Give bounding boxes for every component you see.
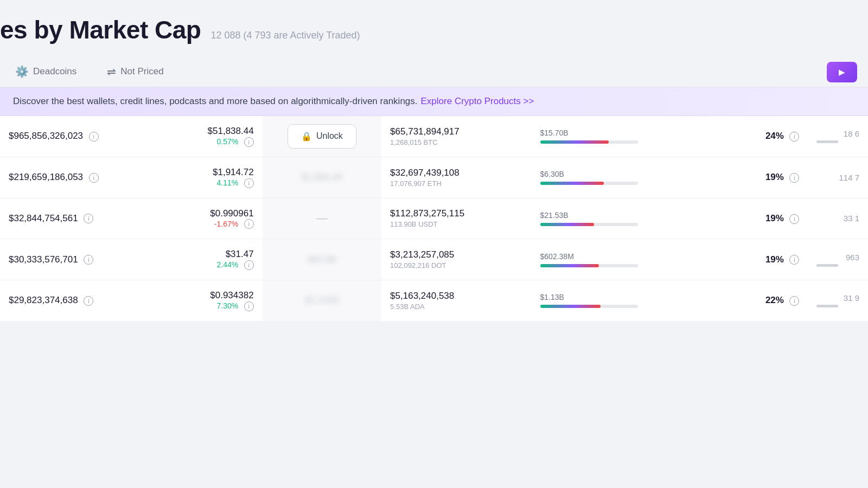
supply-amount-5: $1.13B [540,293,700,301]
supply-bar-1 [540,140,609,144]
price-info-icon-1[interactable]: i [244,137,254,147]
cell-price-4: $31.47 2.44% i [165,239,263,280]
price-change-1: 0.57% [216,137,238,146]
lock-icon: 🔒 [301,131,312,142]
crypto-table: $965,856,326,023 i $51,838.44 0.57% i 🔒 … [0,116,868,322]
table-row: $29,823,374,638 i $0.934382 7.30% i $1.2… [0,280,868,322]
cell-supply-1: $15.70B [532,116,709,157]
table-container: $965,856,326,023 i $51,838.44 0.57% i 🔒 … [0,116,868,322]
volume-sub-5: 5.53B ADA [390,303,522,311]
right-num-4: 963 [846,253,859,262]
price-main-4: $31.47 [174,249,254,260]
cell-marketcap-2: $219,659,186,053 i [0,157,165,198]
supply-bar-container-1 [540,140,638,144]
unlock-button[interactable]: 🔒 Unlock [288,124,356,149]
supply-bar-container-2 [540,182,638,185]
price-main-3: $0.990961 [174,208,254,219]
dom-info-icon-3[interactable]: i [789,214,799,224]
deadcoins-icon: ⚙️ [15,65,29,78]
header-section: es by Market Cap 12 088 (4 793 are Activ… [0,0,868,87]
dominance-pct-5: 22% [765,295,784,305]
price-main-2: $1,914.72 [174,167,254,178]
cta-button[interactable]: ▶ [827,62,857,82]
price-info-icon-5[interactable]: i [244,301,254,311]
dominance-pct-1: 24% [765,131,784,141]
price-main-5: $0.934382 [174,290,254,301]
volume-sub-1: 1,268,015 BTC [390,138,522,146]
info-icon-2[interactable]: i [89,173,99,183]
promo-banner: Discover the best wallets, credit lines,… [0,87,868,116]
info-icon-4[interactable]: i [84,255,93,265]
header-subtitle: 12 088 (4 793 are Actively Traded) [210,30,360,41]
table-row: $965,856,326,023 i $51,838.44 0.57% i 🔒 … [0,116,868,157]
volume-sub-3: 113.90B USDT [390,220,522,228]
cell-price-3: $0.990961 -1.67% i [165,198,263,239]
volume-main-5: $5,163,240,538 [390,291,522,301]
price-info-icon-2[interactable]: i [244,178,254,188]
marketcap-value-2: $219,659,186,053 [9,172,83,182]
dom-info-icon-5[interactable]: i [789,296,799,306]
cell-volume-2: $32,697,439,108 17,076,907 ETH [381,157,531,198]
cell-price-2: $1,914.72 4.11% i [165,157,263,198]
price-info-icon-4[interactable]: i [244,260,254,270]
marketcap-value-1: $965,856,326,023 [9,131,83,141]
cell-marketcap-1: $965,856,326,023 i [0,116,165,157]
dom-info-icon-2[interactable]: i [789,173,799,183]
banner-text: Discover the best wallets, credit lines,… [13,96,418,107]
tab-deadcoins[interactable]: ⚙️ Deadcoins [0,57,92,87]
supply-bar-container-5 [540,305,638,308]
info-icon-3[interactable]: i [84,214,93,223]
right-bar-1 [816,140,838,143]
cell-supply-3: $21.53B [532,198,709,239]
blurred-price-5: $1.2193 [305,295,339,305]
tab-notpriced[interactable]: ⇌ Not Priced [92,57,178,87]
cell-supply-4: $602.38M [532,239,709,280]
cell-right-2: 114 7 [808,157,868,198]
price-change-3: -1.67% [214,220,238,228]
cell-dominance-1: 24% i [708,116,808,157]
cell-right-4: 963 [808,239,868,280]
tab-notpriced-label: Not Priced [120,66,163,77]
right-num-1: 18 6 [844,129,859,138]
cell-7d-1: 🔒 Unlock [263,116,381,157]
price-change-2: 4.11% [216,178,238,187]
price-info-icon-3[interactable]: i [244,219,254,229]
price-change-4: 2.44% [216,260,238,269]
cell-dominance-3: 19% i [708,198,808,239]
cell-right-5: 31 9 [808,280,868,322]
cell-dominance-2: 19% i [708,157,808,198]
info-icon-1[interactable]: i [89,132,99,142]
header-title-row: es by Market Cap 12 088 (4 793 are Activ… [0,15,868,44]
dom-info-icon-4[interactable]: i [789,255,799,265]
supply-amount-2: $6.30B [540,170,700,178]
cell-marketcap-3: $32,844,754,561 i [0,198,165,239]
supply-bar-4 [540,264,599,267]
unlock-label: Unlock [316,131,343,141]
right-num-5: 31 9 [844,293,859,303]
price-change-5: 7.30% [216,301,238,310]
cell-volume-1: $65,731,894,917 1,268,015 BTC [381,116,531,157]
cell-price-1: $51,838.44 0.57% i [165,116,263,157]
banner-link[interactable]: Explore Crypto Products >> [421,96,534,107]
dom-info-icon-1[interactable]: i [789,132,799,142]
blurred-price-4: $43.88 [308,254,336,265]
supply-amount-3: $21.53B [540,211,700,220]
cell-volume-3: $112,873,275,115 113.90B USDT [381,198,531,239]
cell-volume-5: $5,163,240,538 5.53B ADA [381,280,531,322]
cell-supply-5: $1.13B [532,280,709,322]
cell-marketcap-4: $30,333,576,701 i [0,239,165,280]
dominance-pct-4: 19% [765,254,784,265]
volume-main-4: $3,213,257,085 [390,249,522,260]
table-row: $219,659,186,053 i $1,914.72 4.11% i $1,… [0,157,868,198]
cell-price-5: $0.934382 7.30% i [165,280,263,322]
volume-sub-2: 17,076,907 ETH [390,179,522,188]
dash-3: — [316,212,327,224]
supply-bar-3 [540,223,594,226]
info-icon-5[interactable]: i [84,296,93,306]
cell-volume-4: $3,213,257,085 102,092,216 DOT [381,239,531,280]
page-title: es by Market Cap [0,15,201,44]
table-row: $32,844,754,561 i $0.990961 -1.67% i — $… [0,198,868,239]
filter-tabs: ⚙️ Deadcoins ⇌ Not Priced ▶ [0,57,868,87]
volume-main-2: $32,697,439,108 [390,168,522,178]
dominance-pct-2: 19% [765,172,784,182]
